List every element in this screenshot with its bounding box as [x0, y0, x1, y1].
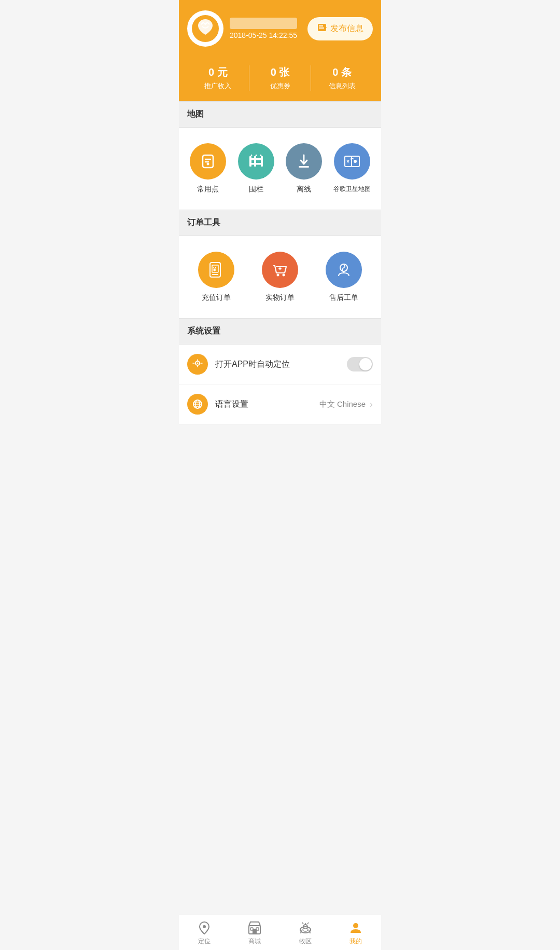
svg-rect-5	[249, 156, 251, 167]
map-icon-grid: 常用点 围栏 离线	[179, 128, 381, 210]
language-setting-icon	[187, 394, 208, 415]
settings-section: 打开APP时自动定位 语言设置 中文 Chinese ›	[179, 345, 381, 424]
section-order-header: 订单工具	[179, 210, 381, 236]
order-item-recharge[interactable]: ¥ 充值订单	[184, 246, 248, 308]
svg-marker-10	[250, 154, 253, 156]
bottom-navigation: 定位 商城 牧区 我的	[179, 915, 381, 950]
svg-rect-7	[254, 156, 256, 167]
nav-mine-label: 我的	[349, 937, 362, 946]
nav-farm-label: 牧区	[299, 937, 312, 946]
nav-item-mine[interactable]: 我的	[331, 915, 382, 950]
aftersale-icon-circle	[326, 252, 362, 288]
stat-coupons-value: 0 张	[271, 65, 290, 79]
language-label: 语言设置	[215, 399, 319, 410]
nav-shop-label: 商城	[248, 937, 261, 946]
nav-item-location[interactable]: 定位	[179, 915, 230, 950]
map-item-offline[interactable]: 离线	[280, 138, 328, 199]
svg-marker-11	[255, 154, 257, 156]
map-item-fence[interactable]: 围栏	[232, 138, 281, 199]
svg-rect-20	[212, 274, 218, 275]
stat-info-label: 信息列表	[329, 81, 356, 91]
svg-marker-12	[260, 154, 262, 156]
stat-info-list[interactable]: 0 条 信息列表	[311, 65, 373, 91]
publish-button[interactable]: 发布信息	[307, 17, 373, 40]
physical-icon-circle	[262, 252, 298, 288]
nav-item-shop[interactable]: 商城	[230, 915, 281, 950]
auto-location-toggle[interactable]	[347, 357, 373, 371]
svg-point-16	[354, 160, 357, 163]
language-value: 中文 Chinese	[319, 400, 366, 409]
svg-rect-33	[256, 928, 259, 930]
svg-point-36	[353, 923, 358, 928]
svg-text:¥: ¥	[213, 267, 216, 272]
username-blur	[230, 18, 297, 29]
toggle-knob	[359, 358, 372, 370]
stat-coupons-label: 优惠券	[270, 81, 290, 91]
map-item-satellite[interactable]: 谷歌卫星地图	[328, 138, 376, 199]
svg-rect-32	[250, 928, 253, 930]
svg-point-21	[276, 274, 279, 277]
recharge-icon-circle: ¥	[198, 252, 234, 288]
svg-point-29	[203, 925, 206, 928]
publish-icon	[317, 22, 327, 35]
svg-rect-6	[261, 156, 263, 167]
avatar[interactable]	[187, 10, 223, 47]
offline-label: 离线	[297, 185, 311, 194]
satellite-label: 谷歌卫星地图	[333, 185, 371, 194]
stats-row: 0 元 推广收入 0 张 优惠券 0 条 信息列表	[187, 57, 373, 101]
svg-rect-9	[249, 163, 263, 165]
avatar-area: 2018-05-25 14:22:55	[187, 10, 297, 47]
nav-item-farm[interactable]: 牧区	[280, 915, 331, 950]
auto-location-label: 打开APP时自动定位	[215, 359, 347, 370]
favorites-icon-circle	[190, 143, 226, 180]
section-map-header: 地图	[179, 101, 381, 128]
language-chevron-icon: ›	[370, 399, 373, 410]
order-item-physical[interactable]: 实物订单	[248, 246, 312, 308]
user-info: 2018-05-25 14:22:55	[230, 18, 297, 39]
stat-promo-income[interactable]: 0 元 推广收入	[187, 65, 249, 91]
header-top: 2018-05-25 14:22:55 发布信息	[187, 10, 373, 47]
fence-label: 围栏	[249, 185, 263, 194]
svg-rect-3	[319, 27, 324, 29]
svg-point-26	[197, 363, 199, 364]
location-setting-icon	[187, 354, 208, 375]
svg-rect-8	[249, 158, 263, 160]
satellite-icon-circle	[334, 143, 370, 180]
header: 2018-05-25 14:22:55 发布信息 0 元 推广收入 0 张 优惠…	[179, 0, 381, 101]
svg-point-35	[303, 928, 308, 931]
offline-icon-circle	[286, 143, 322, 180]
fence-icon-circle	[238, 143, 274, 180]
order-item-aftersale[interactable]: 售后工单	[312, 246, 376, 308]
stat-info-value: 0 条	[332, 65, 352, 79]
svg-point-22	[282, 274, 285, 277]
settings-row-language[interactable]: 语言设置 中文 Chinese ›	[179, 384, 381, 424]
aftersale-label: 售后工单	[329, 293, 358, 302]
physical-label: 实物订单	[265, 293, 295, 302]
stat-coupons[interactable]: 0 张 优惠券	[249, 65, 312, 91]
stat-promo-label: 推广收入	[204, 81, 231, 91]
publish-label: 发布信息	[330, 23, 363, 34]
map-item-favorites[interactable]: 常用点	[184, 138, 232, 199]
order-icon-grid: ¥ 充值订单 实物订单 售后工单	[179, 236, 381, 318]
nav-location-label: 定位	[198, 937, 211, 946]
svg-rect-2	[319, 25, 323, 26]
recharge-label: 充值订单	[202, 293, 231, 302]
settings-row-location[interactable]: 打开APP时自动定位	[179, 345, 381, 384]
svg-rect-13	[299, 166, 309, 168]
stat-promo-value: 0 元	[208, 65, 228, 79]
section-settings-header: 系统设置	[179, 318, 381, 345]
user-datetime: 2018-05-25 14:22:55	[230, 31, 297, 39]
svg-point-4	[207, 163, 209, 166]
favorites-label: 常用点	[197, 185, 219, 194]
